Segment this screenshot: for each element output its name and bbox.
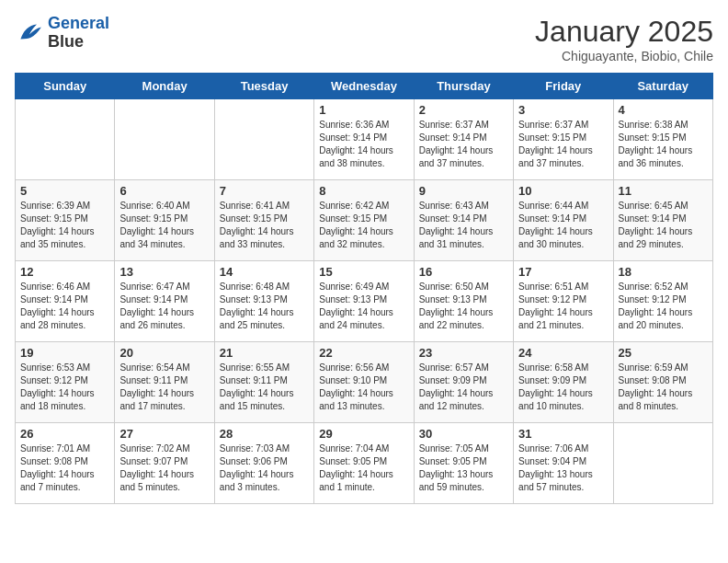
- day-info: Sunrise: 6:59 AM Sunset: 9:08 PM Dayligh…: [619, 362, 708, 413]
- day-number: 10: [518, 184, 608, 198]
- week-row-2: 12Sunrise: 6:46 AM Sunset: 9:14 PM Dayli…: [16, 261, 713, 342]
- day-number: 5: [20, 184, 109, 198]
- calendar-cell: 16Sunrise: 6:50 AM Sunset: 9:13 PM Dayli…: [414, 261, 513, 342]
- calendar-cell: 18Sunrise: 6:52 AM Sunset: 9:12 PM Dayli…: [613, 261, 712, 342]
- day-info: Sunrise: 7:01 AM Sunset: 9:08 PM Dayligh…: [20, 442, 109, 494]
- calendar-cell: 29Sunrise: 7:04 AM Sunset: 9:05 PM Dayli…: [314, 423, 414, 504]
- day-info: Sunrise: 6:47 AM Sunset: 9:14 PM Dayligh…: [119, 281, 209, 332]
- calendar-cell: 12Sunrise: 6:46 AM Sunset: 9:14 PM Dayli…: [16, 261, 115, 342]
- day-info: Sunrise: 6:42 AM Sunset: 9:15 PM Dayligh…: [319, 200, 408, 251]
- day-number: 28: [220, 427, 309, 441]
- day-info: Sunrise: 6:48 AM Sunset: 9:13 PM Dayligh…: [220, 281, 309, 332]
- calendar-cell: 5Sunrise: 6:39 AM Sunset: 9:15 PM Daylig…: [16, 180, 115, 261]
- day-header-saturday: Saturday: [613, 74, 712, 99]
- logo: General Blue: [15, 15, 109, 52]
- page-header: General Blue January 2025 Chiguayante, B…: [15, 15, 713, 63]
- day-info: Sunrise: 6:58 AM Sunset: 9:09 PM Dayligh…: [518, 362, 608, 413]
- day-number: 16: [419, 265, 508, 279]
- month-title: January 2025: [535, 15, 713, 49]
- day-info: Sunrise: 6:46 AM Sunset: 9:14 PM Dayligh…: [20, 281, 109, 332]
- day-info: Sunrise: 6:54 AM Sunset: 9:11 PM Dayligh…: [119, 362, 209, 413]
- day-number: 30: [419, 427, 508, 441]
- day-number: 21: [220, 346, 309, 360]
- calendar-cell: 9Sunrise: 6:43 AM Sunset: 9:14 PM Daylig…: [414, 180, 513, 261]
- calendar-cell: [16, 99, 115, 180]
- day-number: 2: [419, 103, 508, 117]
- day-headers: SundayMondayTuesdayWednesdayThursdayFrid…: [16, 74, 713, 99]
- day-info: Sunrise: 7:06 AM Sunset: 9:04 PM Dayligh…: [518, 442, 608, 494]
- day-number: 1: [319, 103, 408, 117]
- day-info: Sunrise: 6:38 AM Sunset: 9:15 PM Dayligh…: [619, 119, 708, 170]
- title-block: January 2025 Chiguayante, Biobio, Chile: [535, 15, 713, 63]
- day-number: 29: [319, 427, 408, 441]
- calendar-cell: 31Sunrise: 7:06 AM Sunset: 9:04 PM Dayli…: [514, 423, 613, 504]
- day-info: Sunrise: 7:04 AM Sunset: 9:05 PM Dayligh…: [319, 442, 408, 494]
- calendar-cell: 14Sunrise: 6:48 AM Sunset: 9:13 PM Dayli…: [214, 261, 313, 342]
- calendar-cell: 15Sunrise: 6:49 AM Sunset: 9:13 PM Dayli…: [314, 261, 414, 342]
- day-number: 26: [20, 427, 109, 441]
- day-number: 3: [518, 103, 608, 117]
- day-info: Sunrise: 7:03 AM Sunset: 9:06 PM Dayligh…: [220, 442, 309, 494]
- day-number: 22: [319, 346, 408, 360]
- day-number: 6: [119, 184, 209, 198]
- week-row-3: 19Sunrise: 6:53 AM Sunset: 9:12 PM Dayli…: [16, 342, 713, 423]
- day-info: Sunrise: 6:55 AM Sunset: 9:11 PM Dayligh…: [220, 362, 309, 413]
- day-info: Sunrise: 7:05 AM Sunset: 9:05 PM Dayligh…: [419, 442, 508, 494]
- day-info: Sunrise: 6:40 AM Sunset: 9:15 PM Dayligh…: [119, 200, 209, 251]
- calendar-cell: 19Sunrise: 6:53 AM Sunset: 9:12 PM Dayli…: [16, 342, 115, 423]
- day-number: 11: [619, 184, 708, 198]
- calendar-cell: 7Sunrise: 6:41 AM Sunset: 9:15 PM Daylig…: [214, 180, 313, 261]
- day-info: Sunrise: 6:56 AM Sunset: 9:10 PM Dayligh…: [319, 362, 408, 413]
- day-info: Sunrise: 6:44 AM Sunset: 9:14 PM Dayligh…: [518, 200, 608, 251]
- calendar-cell: 17Sunrise: 6:51 AM Sunset: 9:12 PM Dayli…: [514, 261, 613, 342]
- day-number: 9: [419, 184, 508, 198]
- calendar-cell: 20Sunrise: 6:54 AM Sunset: 9:11 PM Dayli…: [115, 342, 214, 423]
- logo-icon: [15, 18, 44, 48]
- day-header-tuesday: Tuesday: [214, 74, 313, 99]
- calendar-cell: 11Sunrise: 6:45 AM Sunset: 9:14 PM Dayli…: [613, 180, 712, 261]
- day-number: 23: [419, 346, 508, 360]
- logo-text: General Blue: [48, 15, 109, 52]
- day-info: Sunrise: 6:37 AM Sunset: 9:15 PM Dayligh…: [518, 119, 608, 170]
- day-header-friday: Friday: [514, 74, 613, 99]
- calendar-cell: 10Sunrise: 6:44 AM Sunset: 9:14 PM Dayli…: [514, 180, 613, 261]
- day-number: 20: [119, 346, 209, 360]
- day-number: 8: [319, 184, 408, 198]
- day-info: Sunrise: 6:50 AM Sunset: 9:13 PM Dayligh…: [419, 281, 508, 332]
- day-info: Sunrise: 6:43 AM Sunset: 9:14 PM Dayligh…: [419, 200, 508, 251]
- day-header-wednesday: Wednesday: [314, 74, 414, 99]
- day-info: Sunrise: 6:39 AM Sunset: 9:15 PM Dayligh…: [20, 200, 109, 251]
- day-number: 12: [20, 265, 109, 279]
- calendar-cell: [115, 99, 214, 180]
- day-info: Sunrise: 7:02 AM Sunset: 9:07 PM Dayligh…: [119, 442, 209, 494]
- day-info: Sunrise: 6:37 AM Sunset: 9:14 PM Dayligh…: [419, 119, 508, 170]
- day-info: Sunrise: 6:36 AM Sunset: 9:14 PM Dayligh…: [319, 119, 408, 170]
- day-number: 4: [619, 103, 708, 117]
- day-header-monday: Monday: [115, 74, 214, 99]
- calendar-cell: [613, 423, 712, 504]
- calendar-cell: 21Sunrise: 6:55 AM Sunset: 9:11 PM Dayli…: [214, 342, 313, 423]
- calendar-cell: 3Sunrise: 6:37 AM Sunset: 9:15 PM Daylig…: [514, 99, 613, 180]
- day-info: Sunrise: 6:57 AM Sunset: 9:09 PM Dayligh…: [419, 362, 508, 413]
- day-number: 27: [119, 427, 209, 441]
- calendar-cell: 2Sunrise: 6:37 AM Sunset: 9:14 PM Daylig…: [414, 99, 513, 180]
- calendar-cell: 28Sunrise: 7:03 AM Sunset: 9:06 PM Dayli…: [214, 423, 313, 504]
- day-number: 7: [220, 184, 309, 198]
- calendar-cell: 27Sunrise: 7:02 AM Sunset: 9:07 PM Dayli…: [115, 423, 214, 504]
- calendar-cell: 24Sunrise: 6:58 AM Sunset: 9:09 PM Dayli…: [514, 342, 613, 423]
- logo-line1: General: [48, 14, 109, 32]
- day-number: 14: [220, 265, 309, 279]
- calendar-cell: 30Sunrise: 7:05 AM Sunset: 9:05 PM Dayli…: [414, 423, 513, 504]
- day-info: Sunrise: 6:51 AM Sunset: 9:12 PM Dayligh…: [518, 281, 608, 332]
- calendar-cell: 13Sunrise: 6:47 AM Sunset: 9:14 PM Dayli…: [115, 261, 214, 342]
- calendar-cell: [214, 99, 313, 180]
- calendar-cell: 23Sunrise: 6:57 AM Sunset: 9:09 PM Dayli…: [414, 342, 513, 423]
- day-info: Sunrise: 6:49 AM Sunset: 9:13 PM Dayligh…: [319, 281, 408, 332]
- day-number: 18: [619, 265, 708, 279]
- calendar-cell: 4Sunrise: 6:38 AM Sunset: 9:15 PM Daylig…: [613, 99, 712, 180]
- day-info: Sunrise: 6:41 AM Sunset: 9:15 PM Dayligh…: [220, 200, 309, 251]
- calendar-cell: 22Sunrise: 6:56 AM Sunset: 9:10 PM Dayli…: [314, 342, 414, 423]
- day-number: 24: [518, 346, 608, 360]
- logo-line2: Blue: [48, 33, 109, 52]
- day-info: Sunrise: 6:53 AM Sunset: 9:12 PM Dayligh…: [20, 362, 109, 413]
